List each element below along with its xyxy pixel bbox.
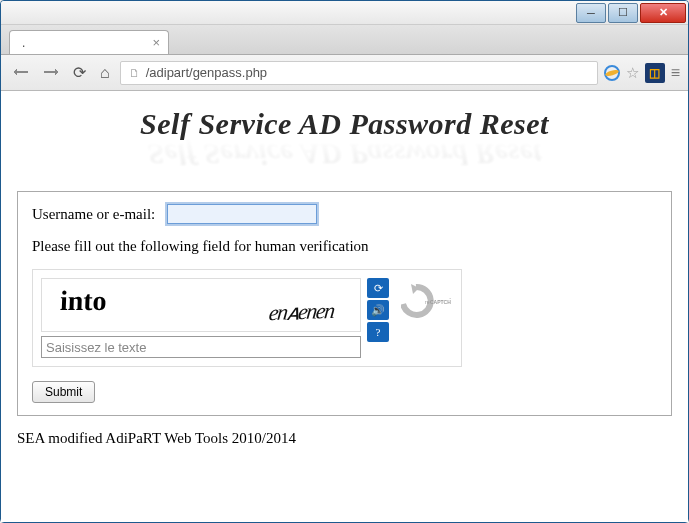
verification-text: Please fill out the following field for … — [32, 238, 657, 255]
toolbar-right: ☆ ◫ ≡ — [604, 63, 680, 83]
page-title-reflection: Self Service AD Password Reset — [17, 137, 672, 171]
captcha-audio-icon[interactable]: 🔊 — [367, 300, 389, 320]
svg-text:CAPTCHA: CAPTCHA — [430, 299, 451, 305]
captcha-input[interactable] — [41, 336, 361, 358]
page-title: Self Service AD Password Reset — [140, 107, 549, 141]
submit-button[interactable]: Submit — [32, 381, 95, 403]
captcha-word-1: into — [59, 285, 107, 317]
username-row: Username or e-mail: — [32, 204, 657, 224]
captcha-help-icon[interactable]: ? — [367, 322, 389, 342]
captcha-image: into enᴀenen — [41, 278, 361, 332]
window-controls: ─ ☐ ✕ — [576, 3, 688, 23]
page-title-wrap: Self Service AD Password Reset Self Serv… — [17, 107, 672, 171]
browser-window: ─ ☐ ✕ . × 🠔 🠖 ⟳ ⌂ 🗋 /adipart/genpass.php… — [0, 0, 689, 523]
tab-strip: . × — [1, 25, 688, 55]
svg-text:re: re — [425, 299, 430, 305]
minimize-button[interactable]: ─ — [576, 3, 606, 23]
page-content: Self Service AD Password Reset Self Serv… — [1, 91, 688, 522]
forward-icon[interactable]: 🠖 — [39, 62, 63, 84]
maximize-button[interactable]: ☐ — [608, 3, 638, 23]
close-button[interactable]: ✕ — [640, 3, 686, 23]
page-icon: 🗋 — [129, 67, 140, 79]
address-bar[interactable]: 🗋 /adipart/genpass.php — [120, 61, 598, 85]
bookmark-icon[interactable]: ☆ — [626, 64, 639, 82]
browser-toolbar: 🠔 🠖 ⟳ ⌂ 🗋 /adipart/genpass.php ☆ ◫ ≡ — [1, 55, 688, 91]
tab-close-icon[interactable]: × — [152, 35, 160, 50]
footer-text: SEA modified AdiPaRT Web Tools 2010/2014 — [17, 430, 672, 447]
captcha-refresh-icon[interactable]: ⟳ — [367, 278, 389, 298]
username-input[interactable] — [167, 204, 317, 224]
tab-title: . — [22, 36, 25, 50]
captcha-left: into enᴀenen — [41, 278, 361, 358]
menu-icon[interactable]: ≡ — [671, 64, 680, 82]
extension-icon[interactable]: ◫ — [645, 63, 665, 83]
captcha-controls: ⟳ 🔊 ? — [367, 278, 389, 342]
form-box: Username or e-mail: Please fill out the … — [17, 191, 672, 416]
home-icon[interactable]: ⌂ — [96, 62, 114, 84]
reload-icon[interactable]: ⟳ — [69, 61, 90, 84]
recaptcha-logo: re CAPTCHA ™ — [395, 278, 453, 322]
back-icon[interactable]: 🠔 — [9, 62, 33, 84]
svg-text:™: ™ — [449, 297, 451, 301]
captcha-word-2: enᴀenen — [268, 298, 336, 326]
ie-icon[interactable] — [604, 65, 620, 81]
captcha-widget: into enᴀenen ⟳ 🔊 ? re CAPTCHA — [32, 269, 462, 367]
browser-tab[interactable]: . × — [9, 30, 169, 54]
url-text: /adipart/genpass.php — [146, 65, 267, 80]
window-title-bar: ─ ☐ ✕ — [1, 1, 688, 25]
username-label: Username or e-mail: — [32, 206, 155, 223]
svg-point-1 — [604, 68, 619, 76]
